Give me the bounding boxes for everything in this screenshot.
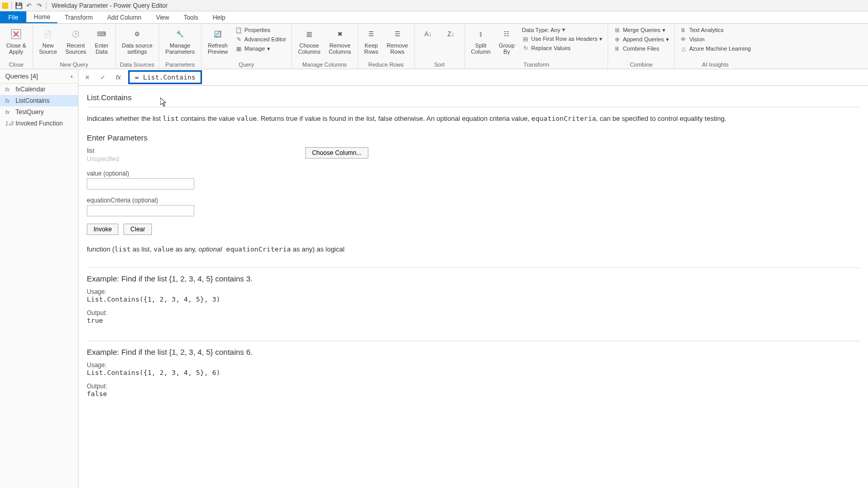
ribbon-group-new-query: 📄New Source 🕒Recent Sources ⌨Enter Data … bbox=[33, 24, 116, 69]
combine-files-icon: 🗎 bbox=[613, 45, 621, 52]
ribbon-group-reduce-rows: ☰Keep Rows ☰Remove Rows Reduce Rows bbox=[358, 24, 415, 69]
keep-rows-button[interactable]: ☰Keep Rows bbox=[361, 26, 382, 56]
sort-asc-button[interactable]: A↓ bbox=[418, 26, 439, 42]
gear-icon: ⚙ bbox=[130, 27, 144, 41]
sort-desc-button[interactable]: Z↓ bbox=[441, 26, 461, 42]
merge-queries-button[interactable]: ⊞Merge Queries ▾ bbox=[611, 26, 671, 34]
ribbon-group-query: 🔄Refresh Preview 📋Properties ✎Advanced E… bbox=[202, 24, 292, 69]
param-equation-criteria-input[interactable] bbox=[87, 205, 194, 216]
split-column-button[interactable]: ⫿Split Column bbox=[468, 26, 494, 56]
properties-icon: 📋 bbox=[235, 26, 242, 34]
ribbon-group-data-sources: ⚙Data source settings Data Sources bbox=[116, 24, 159, 69]
ribbon: Close & Apply Close 📄New Source 🕒Recent … bbox=[0, 24, 868, 69]
recent-sources-button[interactable]: 🕒Recent Sources bbox=[62, 26, 89, 56]
text-analytics-button[interactable]: 🗎Text Analytics bbox=[678, 26, 753, 34]
formula-accept-icon[interactable]: ✓ bbox=[97, 72, 109, 83]
first-row-headers-button[interactable]: ▤Use First Row as Headers ▾ bbox=[520, 35, 605, 43]
manage-icon: ▦ bbox=[235, 45, 242, 52]
example-2-output: false bbox=[87, 390, 860, 398]
query-item-listcontains[interactable]: fxListContains bbox=[0, 95, 78, 106]
function-icon: fx bbox=[5, 109, 12, 115]
menu-help[interactable]: Help bbox=[205, 11, 233, 23]
example-1-output: true bbox=[87, 317, 860, 324]
refresh-preview-button[interactable]: 🔄Refresh Preview bbox=[205, 26, 231, 56]
example-1-code: List.Contains({1, 2, 3, 4, 5}, 3) bbox=[87, 295, 860, 303]
menu-view[interactable]: View bbox=[149, 11, 177, 23]
group-by-button[interactable]: ☷Group By bbox=[495, 26, 518, 56]
formula-cancel-icon[interactable]: ✕ bbox=[82, 72, 93, 83]
append-queries-button[interactable]: ⊕Append Queries ▾ bbox=[611, 35, 671, 43]
param-list-label: list bbox=[87, 147, 119, 154]
redo-icon[interactable]: ↷ bbox=[36, 2, 43, 9]
choose-columns-button[interactable]: ▥Choose Columns bbox=[295, 26, 323, 56]
queries-header: Queries [4] ‹ bbox=[0, 69, 78, 84]
remove-rows-button[interactable]: ☰Remove Rows bbox=[384, 26, 411, 56]
number-icon: 1₂3 bbox=[5, 120, 12, 127]
enter-data-icon: ⌨ bbox=[95, 27, 109, 41]
query-item-testquery[interactable]: fxTestQuery bbox=[0, 106, 78, 118]
ribbon-group-manage-columns: ▥Choose Columns ✖Remove Columns Manage C… bbox=[292, 24, 358, 69]
queries-pane: Queries [4] ‹ fxfxCalendar fxListContain… bbox=[0, 69, 79, 488]
group-by-icon: ☷ bbox=[500, 27, 514, 41]
keep-rows-icon: ☰ bbox=[364, 27, 379, 41]
vision-icon: 👁 bbox=[680, 36, 687, 43]
undo-icon[interactable]: ↶ bbox=[25, 2, 33, 9]
ribbon-group-parameters: 🔧Manage Parameters Parameters bbox=[159, 24, 202, 69]
sort-asc-icon: A↓ bbox=[421, 27, 436, 41]
vision-button[interactable]: 👁Vision bbox=[678, 35, 753, 43]
param-value-input[interactable] bbox=[87, 178, 194, 190]
menubar: File Home Transform Add Column View Tool… bbox=[0, 11, 868, 24]
fx-icon[interactable]: fx bbox=[113, 72, 124, 83]
properties-button[interactable]: 📋Properties bbox=[233, 26, 288, 34]
menu-tools[interactable]: Tools bbox=[176, 11, 205, 23]
query-item-invoked-function[interactable]: 1₂3Invoked Function bbox=[0, 118, 78, 129]
recent-sources-icon: 🕒 bbox=[69, 27, 83, 41]
choose-columns-icon: ▥ bbox=[302, 27, 316, 41]
example-1: Example: Find if the list {1, 2, 3, 4, 5… bbox=[87, 274, 860, 324]
menu-file[interactable]: File bbox=[0, 11, 26, 23]
invoke-button[interactable]: Invoke bbox=[87, 224, 118, 235]
aml-button[interactable]: △Azure Machine Learning bbox=[678, 44, 753, 53]
ribbon-group-sort: A↓ Z↓ Sort bbox=[415, 24, 465, 69]
remove-rows-icon: ☰ bbox=[390, 27, 405, 41]
combine-files-button[interactable]: 🗎Combine Files bbox=[611, 44, 671, 53]
split-column-icon: ⫿ bbox=[474, 27, 488, 41]
function-name: List.Contains bbox=[87, 93, 860, 102]
enter-data-button[interactable]: ⌨Enter Data bbox=[91, 26, 112, 56]
remove-columns-button[interactable]: ✖Remove Columns bbox=[326, 26, 354, 56]
collapse-icon[interactable]: ‹ bbox=[71, 72, 73, 80]
new-source-button[interactable]: 📄New Source bbox=[36, 26, 60, 56]
function-signature: function (list as list, value as any, op… bbox=[87, 245, 860, 253]
close-apply-button[interactable]: Close & Apply bbox=[3, 26, 29, 56]
example-2: Example: Find if the list {1, 2, 3, 4, 5… bbox=[87, 348, 860, 398]
menu-add-column[interactable]: Add Column bbox=[100, 11, 149, 23]
data-type-button[interactable]: Data Type: Any ▾ bbox=[520, 26, 605, 34]
aml-icon: △ bbox=[680, 45, 687, 52]
manage-button[interactable]: ▦Manage ▾ bbox=[233, 44, 288, 53]
choose-column-button[interactable]: Choose Column... bbox=[305, 147, 368, 159]
menu-transform[interactable]: Transform bbox=[57, 11, 100, 23]
replace-values-button[interactable]: ↻Replace Values bbox=[520, 44, 605, 52]
example-2-heading: Example: Find if the list {1, 2, 3, 4, 5… bbox=[87, 348, 860, 356]
replace-icon: ↻ bbox=[522, 44, 529, 52]
remove-columns-icon: ✖ bbox=[333, 27, 347, 41]
ribbon-group-close: Close & Apply Close bbox=[0, 24, 33, 69]
param-equation-criteria-label: equationCriteria (optional) bbox=[87, 197, 860, 204]
param-list-unspecified: Unspecified bbox=[87, 155, 119, 163]
clear-button[interactable]: Clear bbox=[123, 224, 152, 235]
app-icon bbox=[2, 3, 8, 9]
example-1-heading: Example: Find if the list {1, 2, 3, 4, 5… bbox=[87, 274, 860, 283]
query-item-fxcalendar[interactable]: fxfxCalendar bbox=[0, 84, 78, 95]
text-analytics-icon: 🗎 bbox=[680, 26, 687, 34]
menu-home[interactable]: Home bbox=[26, 11, 57, 23]
formula-input[interactable]: = List.Contains bbox=[128, 70, 202, 84]
advanced-editor-icon: ✎ bbox=[235, 36, 242, 43]
example-2-code: List.Contains({1, 2, 3, 4, 5}, 6) bbox=[87, 369, 860, 376]
data-source-settings-button[interactable]: ⚙Data source settings bbox=[119, 26, 156, 56]
save-icon[interactable]: 💾 bbox=[15, 2, 22, 9]
function-icon: fx bbox=[5, 86, 12, 92]
advanced-editor-button[interactable]: ✎Advanced Editor bbox=[233, 35, 288, 43]
append-icon: ⊕ bbox=[613, 36, 621, 43]
manage-parameters-button[interactable]: 🔧Manage Parameters bbox=[162, 26, 198, 56]
formula-bar: ✕ ✓ fx = List.Contains bbox=[79, 69, 868, 86]
